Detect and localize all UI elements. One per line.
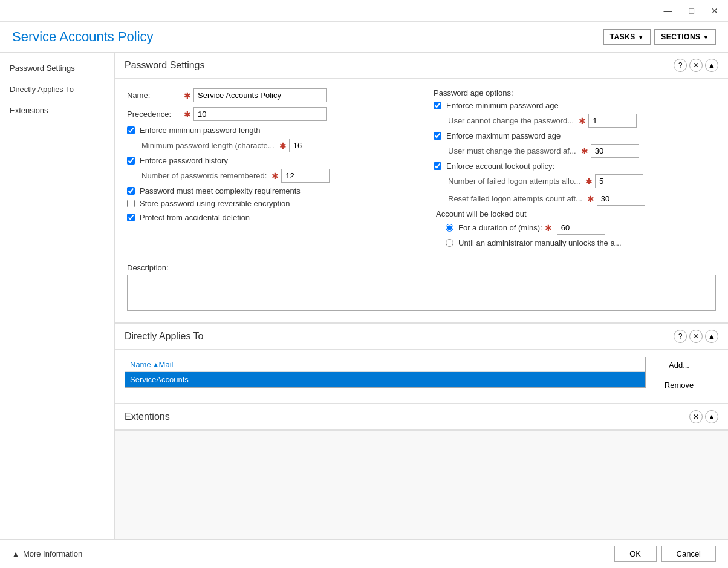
directly-applies-to-section: Directly Applies To ? ✕ ▲ Name ▲ xyxy=(115,324,728,404)
failed-required-star: ✱ xyxy=(585,177,593,186)
reversible-label[interactable]: Store password using reversible encrypti… xyxy=(140,199,290,208)
enforce-max-age-checkbox[interactable] xyxy=(434,132,441,140)
protect-label[interactable]: Protect from accidental deletion xyxy=(140,213,250,222)
description-textarea[interactable] xyxy=(127,275,716,311)
password-settings-close-button[interactable]: ✕ xyxy=(689,59,703,72)
cancel-button[interactable]: Cancel xyxy=(661,546,716,562)
remove-button[interactable]: Remove xyxy=(652,377,706,393)
history-sub-label: Number of passwords remembered: xyxy=(141,171,267,180)
lockout-label[interactable]: Enforce account lockout policy: xyxy=(446,162,554,171)
ext-close-button[interactable]: ✕ xyxy=(689,410,703,423)
reset-attempts-label: Reset failed logon attempts count aft... xyxy=(448,194,582,203)
dat-cell-mail-0 xyxy=(385,375,640,384)
ok-button[interactable]: OK xyxy=(614,546,657,562)
failed-attempts-input[interactable] xyxy=(595,174,643,188)
sections-button[interactable]: SECTIONS ▼ xyxy=(654,29,716,45)
min-age-required-star: ✱ xyxy=(579,116,586,126)
max-age-required-star: ✱ xyxy=(581,146,588,156)
sidebar-item-extensions[interactable]: Extensions xyxy=(0,100,114,121)
enforce-max-age-label[interactable]: Enforce maximum password age xyxy=(446,131,561,140)
ext-collapse-button[interactable]: ▲ xyxy=(705,410,718,423)
dat-col-mail[interactable]: Mail xyxy=(159,360,174,369)
password-settings-help-button[interactable]: ? xyxy=(674,59,687,72)
reset-attempts-row: Reset failed logon attempts count aft...… xyxy=(448,192,716,206)
enforce-min-length-row: Enforce minimum password length xyxy=(127,126,409,135)
dat-col-name[interactable]: Name ▲ xyxy=(130,360,159,369)
protect-checkbox[interactable] xyxy=(127,214,135,221)
precedence-required-star: ✱ xyxy=(184,109,191,119)
sidebar: Password Settings Directly Applies To Ex… xyxy=(0,53,115,539)
password-settings-section: Password Settings ? ✕ ▲ Name: ✱ xyxy=(115,53,728,324)
history-sub-row: Number of passwords remembered: ✱ xyxy=(141,169,409,183)
duration-radio[interactable] xyxy=(446,224,453,232)
lockout-row: Enforce account lockout policy: xyxy=(434,162,716,171)
dat-row-0[interactable]: ServiceAccounts xyxy=(125,372,645,387)
description-label: Description: xyxy=(127,263,716,272)
maximize-button[interactable]: □ xyxy=(686,5,698,16)
min-age-input[interactable] xyxy=(588,114,637,128)
manual-unlock-radio-row: Until an administrator manually unlocks … xyxy=(446,238,716,247)
precedence-input[interactable] xyxy=(193,107,327,121)
history-input[interactable] xyxy=(281,169,330,183)
enforce-min-age-label[interactable]: Enforce minimum password age xyxy=(446,101,559,110)
min-length-required-star: ✱ xyxy=(279,141,287,151)
bottom-bar: ▲ More Information OK Cancel xyxy=(0,539,728,568)
form-right: Password age options: Enforce minimum pa… xyxy=(434,88,716,251)
reset-attempts-input[interactable] xyxy=(597,192,645,206)
description-section: Description: xyxy=(115,263,728,322)
extensions-controls: ✕ ▲ xyxy=(689,410,718,423)
add-button[interactable]: Add... xyxy=(652,357,706,373)
tasks-button[interactable]: TASKS ▼ xyxy=(603,29,651,45)
minimize-button[interactable]: — xyxy=(660,5,676,16)
lockout-title: Account will be locked out xyxy=(436,209,716,218)
duration-input[interactable] xyxy=(557,221,605,235)
bottom-action-buttons: OK Cancel xyxy=(614,546,716,562)
more-info-button[interactable]: ▲ More Information xyxy=(12,549,82,558)
duration-label[interactable]: For a duration of (mins): xyxy=(458,223,542,232)
app-title: Service Accounts Policy xyxy=(12,29,154,45)
name-required-star: ✱ xyxy=(184,91,191,100)
failed-attempts-row: Number of failed logon attempts allo... … xyxy=(448,174,716,188)
precedence-label: Precedence: xyxy=(127,109,181,119)
chevron-up-icon: ▲ xyxy=(12,550,19,558)
max-age-sub-row: User must change the password af... ✱ xyxy=(448,144,716,158)
reset-required-star: ✱ xyxy=(587,194,594,204)
history-required-star: ✱ xyxy=(271,171,279,181)
password-settings-header: Password Settings ? ✕ ▲ xyxy=(115,53,728,79)
enforce-history-row: Enforce password history xyxy=(127,156,409,165)
title-bar: — □ ✕ xyxy=(0,0,728,22)
complexity-row: Password must meet complexity requiremen… xyxy=(127,186,409,195)
sort-arrow-icon: ▲ xyxy=(153,361,159,368)
app-header: Service Accounts Policy TASKS ▼ SECTIONS… xyxy=(0,22,728,53)
dat-table: Name ▲ Mail ServiceAccounts xyxy=(125,357,646,388)
failed-attempts-label: Number of failed logon attempts allo... xyxy=(448,177,580,186)
password-settings-collapse-button[interactable]: ▲ xyxy=(705,59,718,72)
enforce-min-age-checkbox[interactable] xyxy=(434,102,441,109)
close-button[interactable]: ✕ xyxy=(707,5,722,16)
reversible-checkbox[interactable] xyxy=(127,200,135,207)
enforce-min-length-label[interactable]: Enforce minimum password length xyxy=(140,126,260,135)
lockout-checkbox[interactable] xyxy=(434,162,441,170)
sidebar-item-directly-applies-to[interactable]: Directly Applies To xyxy=(0,79,114,100)
enforce-history-checkbox[interactable] xyxy=(127,157,135,165)
password-settings-form: Name: ✱ Precedence: ✱ Enforce minimum pa… xyxy=(115,79,728,263)
name-input[interactable] xyxy=(193,88,327,102)
manual-unlock-label[interactable]: Until an administrator manually unlocks … xyxy=(458,238,622,247)
dat-help-button[interactable]: ? xyxy=(674,330,687,343)
password-settings-title: Password Settings xyxy=(125,60,205,71)
enforce-min-length-checkbox[interactable] xyxy=(127,126,135,134)
enforce-history-label[interactable]: Enforce password history xyxy=(140,156,228,165)
complexity-checkbox[interactable] xyxy=(127,187,135,195)
dat-collapse-button[interactable]: ▲ xyxy=(705,330,718,343)
name-field-row: Name: ✱ xyxy=(127,88,409,102)
max-age-input[interactable] xyxy=(591,144,639,158)
max-age-sub-label: User must change the password af... xyxy=(448,146,576,155)
header-buttons: TASKS ▼ SECTIONS ▼ xyxy=(603,29,716,45)
min-length-input[interactable] xyxy=(289,139,337,152)
duration-radio-row: For a duration of (mins): ✱ xyxy=(446,221,716,235)
complexity-label[interactable]: Password must meet complexity requiremen… xyxy=(140,186,301,195)
sidebar-item-password-settings[interactable]: Password Settings xyxy=(0,57,114,79)
dat-col-extra xyxy=(173,360,175,369)
manual-unlock-radio[interactable] xyxy=(446,239,453,247)
dat-close-button[interactable]: ✕ xyxy=(689,330,703,343)
